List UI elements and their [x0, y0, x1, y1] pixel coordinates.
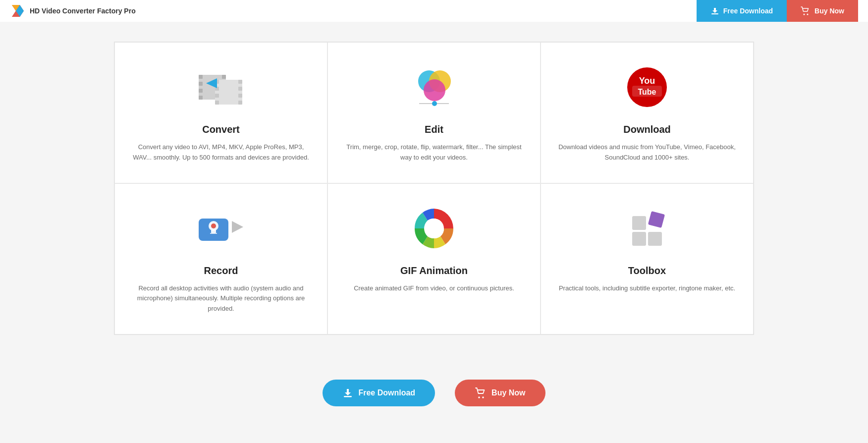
- app-logo-icon: [10, 3, 26, 19]
- svg-rect-46: [344, 396, 352, 397]
- convert-icon: [196, 62, 246, 112]
- svg-rect-42: [632, 216, 646, 230]
- record-icon: [196, 204, 246, 253]
- svg-marker-40: [232, 221, 243, 233]
- svg-rect-44: [648, 232, 662, 246]
- feature-card-convert[interactable]: Convert Convert any video to AVI, MP4, M…: [114, 42, 327, 183]
- svg-rect-45: [648, 211, 665, 227]
- record-desc: Record all desktop activities with audio…: [130, 283, 312, 314]
- toolbox-desc: Practical tools, including subtitle expo…: [559, 283, 735, 294]
- header-free-download-button[interactable]: Free Download: [697, 0, 787, 22]
- bottom-buy-now-button[interactable]: Buy Now: [455, 380, 545, 406]
- svg-rect-11: [199, 96, 203, 100]
- svg-point-30: [432, 101, 437, 106]
- convert-desc: Convert any video to AVI, MP4, MKV, Appl…: [130, 142, 312, 163]
- feature-card-record[interactable]: Record Record all desktop activities wit…: [114, 183, 327, 334]
- toolbox-icon: [622, 204, 672, 253]
- download-desc: Download videos and music from YouTube, …: [556, 142, 738, 163]
- svg-rect-24: [238, 101, 242, 105]
- app-name: HD Video Converter Factory Pro: [30, 7, 136, 15]
- edit-desc: Trim, merge, crop, rotate, flip, waterma…: [343, 142, 525, 163]
- cart-icon: [801, 6, 811, 16]
- svg-point-28: [424, 79, 445, 101]
- svg-rect-22: [238, 87, 242, 91]
- feature-card-download[interactable]: You Tube Download Download videos and mu…: [541, 42, 754, 183]
- gif-title: GIF Animation: [400, 265, 468, 277]
- svg-rect-23: [238, 94, 242, 98]
- gif-icon: [409, 204, 459, 253]
- svg-rect-37: [211, 229, 216, 233]
- feature-card-gif[interactable]: GIF Animation Create animated GIF from v…: [327, 183, 541, 334]
- svg-text:Tube: Tube: [638, 88, 656, 96]
- header-action-buttons: Free Download Buy Now: [697, 0, 858, 22]
- svg-rect-38: [210, 233, 217, 234]
- main-content: Convert Convert any video to AVI, MP4, M…: [0, 22, 868, 355]
- header-buy-now-button[interactable]: Buy Now: [787, 0, 858, 22]
- svg-rect-16: [215, 80, 242, 105]
- features-grid: Convert Convert any video to AVI, MP4, M…: [114, 42, 754, 335]
- bottom-cta-area: Free Download Buy Now: [0, 355, 868, 426]
- download-icon: [710, 6, 719, 15]
- svg-point-41: [424, 219, 444, 238]
- feature-card-toolbox[interactable]: Toolbox Practical tools, including subti…: [541, 183, 754, 334]
- edit-title: Edit: [425, 124, 443, 135]
- svg-rect-12: [222, 75, 226, 79]
- gif-desc: Create animated GIF from video, or conti…: [354, 283, 514, 294]
- logo-area: HD Video Converter Factory Pro: [10, 3, 697, 19]
- bottom-cart-icon: [475, 387, 487, 399]
- svg-point-5: [804, 14, 805, 15]
- svg-text:You: You: [639, 76, 655, 86]
- svg-point-6: [807, 14, 809, 15]
- svg-rect-19: [215, 94, 219, 98]
- feature-card-edit[interactable]: Edit Trim, merge, crop, rotate, flip, wa…: [327, 42, 541, 183]
- svg-rect-10: [199, 89, 203, 93]
- convert-title: Convert: [202, 124, 240, 135]
- record-title: Record: [204, 265, 238, 277]
- svg-rect-20: [215, 101, 219, 105]
- svg-rect-4: [711, 13, 718, 14]
- bottom-free-download-button[interactable]: Free Download: [323, 380, 435, 406]
- svg-rect-8: [199, 75, 203, 79]
- svg-point-39: [211, 223, 216, 228]
- svg-rect-21: [238, 80, 242, 84]
- svg-point-48: [482, 396, 484, 398]
- bottom-download-icon: [342, 388, 353, 398]
- svg-rect-9: [199, 82, 203, 86]
- header: HD Video Converter Factory Pro Free Down…: [0, 0, 868, 22]
- svg-rect-43: [632, 232, 646, 246]
- download-youtube-icon: You Tube: [622, 62, 672, 112]
- svg-point-47: [478, 396, 480, 398]
- toolbox-title: Toolbox: [628, 265, 666, 277]
- edit-icon: [409, 62, 459, 112]
- download-title: Download: [623, 124, 671, 135]
